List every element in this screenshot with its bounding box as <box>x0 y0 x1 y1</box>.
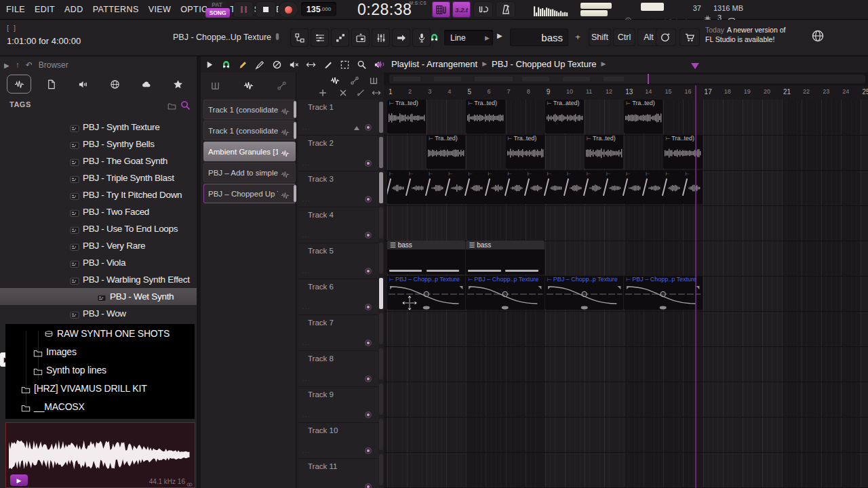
picker-item[interactable]: PBJ – Chopped Up Te... <box>203 184 296 203</box>
track-lane[interactable] <box>384 311 868 347</box>
pat-song-toggle[interactable]: PAT SONG <box>205 1 230 18</box>
tree-item[interactable]: Synth top lines <box>5 361 195 379</box>
playlist-tool-play[interactable] <box>203 59 214 70</box>
overview-bar[interactable] <box>389 75 865 83</box>
corner-tool-wave[interactable] <box>330 75 340 85</box>
browser-tab-plugin[interactable] <box>72 75 95 93</box>
playlist-tool-zoom[interactable] <box>356 59 367 70</box>
slice-segment[interactable]: ⊢ <box>644 170 663 204</box>
playlist-tool-pencil[interactable] <box>237 59 248 70</box>
tree-item[interactable]: Images <box>5 342 195 361</box>
menu-edit[interactable]: EDIT <box>30 0 60 19</box>
track-header[interactable]: Track 11 ··· <box>298 459 378 488</box>
tag-item[interactable]: PBJ - Viola <box>0 254 197 271</box>
corner-tool-link[interactable] <box>349 75 359 85</box>
track-header[interactable]: Track 10 ··· <box>298 423 378 459</box>
track-mute-dot[interactable] <box>365 447 372 454</box>
audio-clip[interactable]: ⊢Tra..ted) <box>663 135 702 169</box>
menu-view[interactable]: VIEW <box>144 0 176 19</box>
tag-item[interactable]: PBJ - The Goat Synth <box>0 152 197 169</box>
tag-item[interactable]: PBJ - Wow <box>0 305 197 322</box>
picker-item[interactable]: Track 1 (consolidated) <box>203 100 296 119</box>
picker-tab-pattern[interactable] <box>206 77 224 94</box>
track-header[interactable]: Track 7 ··· <box>298 315 378 351</box>
playlist-tool-mute[interactable] <box>288 59 299 70</box>
corner-tool-plus[interactable] <box>317 87 328 98</box>
playlist-tool-slip[interactable] <box>305 59 316 70</box>
tempo-display[interactable]: 135.000 <box>301 2 336 16</box>
playhead-marker[interactable] <box>691 63 699 69</box>
track-lane[interactable] <box>384 346 868 382</box>
update-notification[interactable]: TodayA newer version of FL Studio is ava… <box>705 25 807 44</box>
audio-clip[interactable]: ⊢Tra..ted) <box>387 100 426 134</box>
track-mute-dot[interactable] <box>365 196 372 203</box>
track-lane[interactable]: ⊢Tra..ted) ⊢Tra..ted) ⊢Tra..ated) ⊢Tra..… <box>384 100 868 136</box>
track-lane[interactable] <box>384 382 868 418</box>
snap-more-arrow[interactable]: ▶ <box>497 32 502 39</box>
undo-icon[interactable]: ↶ <box>26 60 33 70</box>
track-lane[interactable] <box>384 417 868 453</box>
track-lane[interactable]: ⊢Tra..ted) ⊢Tra..ted) ⊢Tra..ted) ⊢Tra..t… <box>384 135 868 171</box>
picker-item[interactable]: Ambient Granules [1... <box>203 142 296 161</box>
mixer-button[interactable] <box>372 28 390 47</box>
audio-clip[interactable]: ⊢Tra..ted) <box>506 135 545 169</box>
tag-item[interactable]: PBJ - Synth Texture <box>0 119 197 136</box>
timeline-ruler[interactable]: 1234567891011121314151617181920212223242… <box>384 85 868 100</box>
picker-tab-wave[interactable] <box>239 77 257 94</box>
playlist-tool-paint[interactable] <box>254 59 265 70</box>
slice-segment[interactable]: ⊢ <box>604 170 624 204</box>
folder-icon[interactable] <box>167 100 177 110</box>
chevron-right-icon[interactable]: ▶ <box>4 62 9 69</box>
automation-clip[interactable]: ⊢PBJ – Chopp..p Texture <box>387 276 465 310</box>
snap-magnet-icon[interactable] <box>427 28 441 47</box>
slice-segment[interactable]: ⊢ <box>526 170 545 204</box>
corner-tool-xicon[interactable] <box>338 87 348 98</box>
playlist-grid[interactable]: ⊢Tra..ted) ⊢Tra..ted) ⊢Tra..ated) ⊢Tra..… <box>384 100 868 488</box>
sliced-audio-clip[interactable]: ⊢ ⊢ ⊢ ⊢ ⊢ ⊢ ⊢ ⊢ <box>387 170 703 204</box>
browser-tab-cloud[interactable] <box>135 75 158 93</box>
menu-add[interactable]: ADD <box>60 0 88 19</box>
track-mute-dot[interactable] <box>365 411 372 418</box>
preview-play-button[interactable]: ▶ <box>10 474 28 486</box>
browser-tab-wave[interactable] <box>7 75 31 94</box>
track-lane[interactable]: ⊢ ⊢ ⊢ ⊢ ⊢ ⊢ ⊢ ⊢ <box>384 170 868 206</box>
browser-tab-star[interactable] <box>167 75 190 93</box>
hint-button[interactable] <box>656 28 676 46</box>
slice-segment[interactable]: ⊢ <box>506 170 526 204</box>
modifier-ctrl-button[interactable]: Ctrl <box>613 28 635 46</box>
tree-item[interactable]: RAW SYNTH ONE SHOTS <box>5 324 195 342</box>
tag-item[interactable]: PBJ - Warbling Synth Effect <box>0 271 197 288</box>
playlist-title[interactable]: Playlist - Arrangement <box>391 59 477 69</box>
track-lane[interactable]: ☰ bass ☰ bass <box>384 241 868 277</box>
tag-item[interactable]: PBJ - Very Rare <box>0 237 197 254</box>
step-editor-button[interactable] <box>331 28 349 47</box>
track-header[interactable]: Track 3 ··· <box>298 171 378 207</box>
automation-clip[interactable]: ⊢PBJ – Chopp..p Texture <box>466 276 544 310</box>
playlist-tool-slice[interactable] <box>322 59 333 70</box>
corner-tool-pattern[interactable] <box>368 75 378 85</box>
slice-segment[interactable]: ⊢ <box>427 170 446 204</box>
menu-file[interactable]: FILE <box>1 0 30 19</box>
audio-clip[interactable]: ⊢Tra..ted) <box>427 135 465 169</box>
channel-rack-button[interactable] <box>311 28 329 47</box>
time-display[interactable]: 0:28:38 M:S:CS <box>357 0 425 19</box>
slice-segment[interactable]: ⊢ <box>565 170 585 204</box>
automation-clip[interactable]: ⊢PBJ – Chopp..p Texture <box>624 276 702 310</box>
track-header[interactable]: Track 1 ··· <box>298 100 378 136</box>
slice-segment[interactable]: ⊢ <box>466 170 486 204</box>
song-overview-strip[interactable]: ◀ <box>384 73 868 85</box>
track-mute-dot[interactable] <box>365 340 372 346</box>
tag-item[interactable]: PBJ - Wet Synth <box>0 288 197 305</box>
playlist-tool-delete[interactable] <box>271 59 282 70</box>
browser-tab-globe[interactable] <box>103 75 126 93</box>
browser-tab-file[interactable] <box>40 75 63 93</box>
corner-tool-slip[interactable] <box>371 87 381 98</box>
shop-button[interactable] <box>679 28 700 46</box>
tree-item[interactable]: __MACOSX <box>5 397 195 415</box>
menu-patterns[interactable]: PATTERNS <box>88 0 144 19</box>
track-header[interactable]: Track 4 ··· <box>298 207 378 243</box>
song-button[interactable]: SONG <box>205 8 230 18</box>
slice-segment[interactable]: ⊢ <box>545 170 565 204</box>
track-mute-dot[interactable] <box>365 160 372 167</box>
modifier-shift-button[interactable]: Shift <box>589 28 611 46</box>
